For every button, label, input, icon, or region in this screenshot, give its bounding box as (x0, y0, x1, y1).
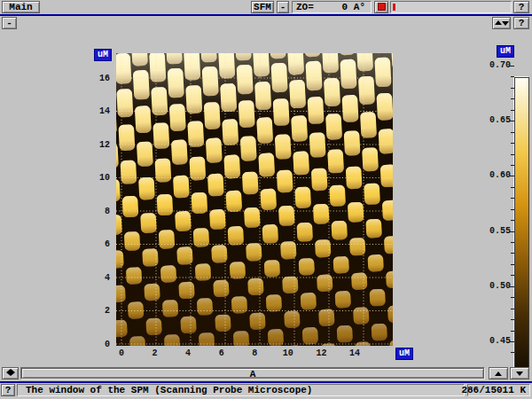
stop-icon (378, 3, 386, 11)
z-minor-tick (511, 264, 514, 265)
z-minor-tick (511, 98, 514, 99)
y-tick-label: 16 (82, 74, 110, 84)
titlebar-help-button[interactable]: ? (513, 1, 529, 13)
z-minor-tick (511, 275, 514, 276)
z-minor-tick (511, 143, 514, 144)
z-tick-label: 0.65 (477, 115, 511, 126)
y-tick-label: 14 (82, 106, 110, 117)
scroll-down-icon (516, 372, 523, 376)
afm-scan-image[interactable] (116, 53, 393, 346)
z-major-tick (509, 231, 514, 232)
z-minor-tick (511, 187, 514, 188)
y-tick-label: 6 (82, 239, 110, 250)
z-tick-label: 0.45 (477, 336, 511, 347)
system-menu-button[interactable]: - (2, 17, 17, 29)
z-major-tick (509, 286, 514, 287)
x-tick-label: 14 (341, 348, 368, 359)
z-minor-tick (511, 319, 514, 320)
y-tick-label: 0 (82, 340, 110, 350)
z-tick-label: 0.70 (477, 60, 511, 71)
z-minor-tick (511, 154, 514, 155)
z-minor-tick (511, 297, 514, 298)
z-tick-label: 0.50 (477, 281, 511, 292)
y-tick-label: 8 (82, 207, 110, 217)
x-tick-label: 10 (275, 348, 301, 359)
statusbar: ? The window of the SPM (Scanning Probe … (0, 383, 532, 399)
memory-value: 286/15011 K (461, 385, 526, 395)
y-tick-label: 12 (82, 140, 110, 151)
scroll-down-button[interactable] (510, 367, 529, 379)
status-message-field: The window of the SPM (Scanning Probe Mi… (17, 384, 465, 396)
x-tick-label: 8 (241, 348, 268, 359)
z-minor-tick (511, 220, 514, 221)
z-offset-label: ZO= (296, 2, 314, 12)
hscrollbar-thumb[interactable]: A (21, 368, 484, 379)
status-message: The window of the SPM (Scanning Probe Mi… (26, 385, 312, 395)
y-axis-unit-label: uM (94, 49, 112, 61)
sfm-button[interactable]: SFM (251, 1, 274, 13)
z-minor-tick (511, 165, 514, 166)
color-scale-bar (514, 77, 529, 385)
hscrollbar: A (0, 367, 532, 381)
memory-field: 286/15011 K (467, 384, 530, 396)
main-menu-button[interactable]: Main (2, 1, 40, 13)
hscrollbar-track[interactable]: A (20, 367, 485, 379)
y-tick-label: 2 (82, 306, 110, 317)
z-minor-tick (511, 209, 514, 210)
progress-marker-icon (393, 4, 395, 11)
spm-window: Main SFM - ZO= 0 A° ? - FileViewEditTool… (0, 0, 532, 399)
progress-bar (390, 1, 512, 13)
x-axis-unit-label: uM (395, 348, 413, 360)
z-minor-tick (511, 309, 514, 309)
workspace: uM uM uM 1614121086420 02468101214 0.700… (0, 30, 532, 367)
scroll-up-button[interactable] (489, 367, 508, 379)
titlebar: Main SFM - ZO= 0 A° ? (0, 0, 532, 14)
scroll-left-right-icon (11, 369, 15, 376)
x-tick-label: 0 (108, 348, 135, 359)
menubar-help-button[interactable]: ? (513, 17, 529, 29)
x-tick-label: 2 (142, 348, 168, 359)
z-major-tick (509, 66, 514, 66)
scroll-left-right-button[interactable] (2, 367, 19, 379)
z-offset-value: 0 A° (342, 2, 365, 12)
spinner-down-icon (502, 21, 509, 26)
z-tick-label: 0.60 (477, 170, 511, 181)
z-major-tick (509, 341, 514, 342)
z-minor-tick (511, 198, 514, 199)
z-minor-tick (511, 352, 514, 353)
z-minor-tick (511, 253, 514, 254)
minimize-button[interactable]: - (277, 1, 289, 13)
x-tick-label: 6 (208, 348, 235, 359)
x-tick-label: 4 (175, 348, 201, 359)
z-tick-label: 0.55 (477, 226, 511, 237)
stop-button[interactable] (374, 1, 388, 13)
y-tick-label: 4 (82, 273, 110, 284)
z-minor-tick (511, 331, 514, 332)
z-minor-tick (511, 242, 514, 243)
z-major-tick (509, 176, 514, 176)
z-offset-field: ZO= 0 A° (292, 1, 372, 13)
z-minor-tick (511, 76, 514, 77)
statusbar-help-button[interactable]: ? (1, 384, 15, 396)
z-minor-tick (511, 132, 514, 133)
z-minor-tick (511, 55, 514, 56)
x-tick-label: 12 (308, 348, 334, 359)
spinner-button[interactable] (492, 17, 511, 29)
y-tick-label: 10 (82, 173, 110, 184)
z-major-tick (509, 121, 514, 121)
scroll-up-icon (495, 372, 502, 376)
spinner-up-icon (495, 20, 502, 25)
z-minor-tick (511, 88, 514, 89)
menubar: - FileViewEditToolsOperation ? (0, 16, 532, 30)
z-minor-tick (511, 110, 514, 111)
